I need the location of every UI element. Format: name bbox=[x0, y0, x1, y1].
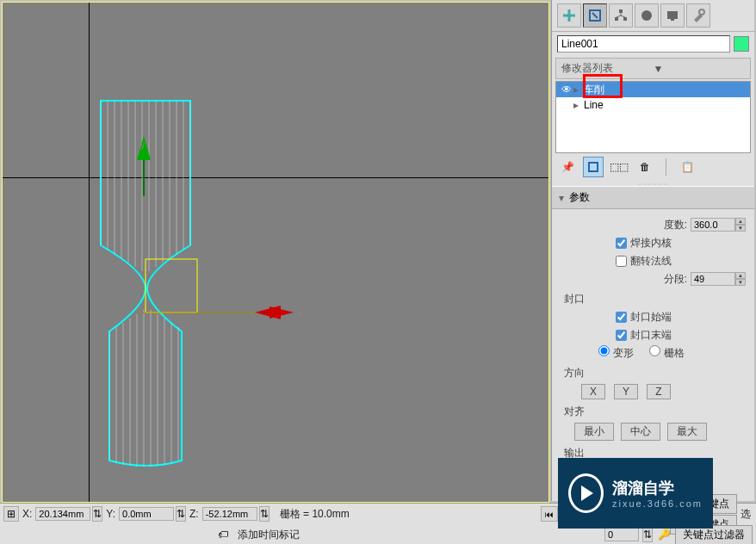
align-heading: 对齐 bbox=[564, 405, 746, 419]
modifier-list-dropdown[interactable]: 修改器列表 ▼ bbox=[555, 58, 751, 79]
z-label: Z: bbox=[188, 508, 201, 520]
svg-rect-43 bbox=[589, 163, 598, 171]
chevron-down-icon: ▼ bbox=[654, 63, 746, 75]
x-label: X: bbox=[21, 508, 34, 520]
command-panel: 修改器列表 ▼ 👁 ▸ 车削 ▸ Line 📌 ⬚⬚ bbox=[551, 0, 754, 501]
key-filters-button[interactable]: 关键点过滤器 bbox=[675, 525, 753, 545]
caret-down-icon: ▾ bbox=[559, 192, 569, 204]
modifier-stack[interactable]: 👁 ▸ 车削 ▸ Line bbox=[555, 81, 751, 153]
remove-modifier-button[interactable]: 🗑 bbox=[635, 157, 655, 177]
axis-y-button[interactable]: Y bbox=[614, 384, 638, 399]
cap-start-checkbox[interactable] bbox=[616, 312, 627, 323]
flip-normals-checkbox[interactable] bbox=[616, 256, 627, 267]
svg-rect-38 bbox=[623, 17, 627, 21]
time-controls: ⏮ ◂▮ ▶ ▮▸ ⏭ bbox=[541, 506, 634, 522]
visibility-icon[interactable]: 👁 bbox=[560, 83, 573, 96]
prev-frame-button[interactable]: ◂▮ bbox=[560, 506, 577, 522]
align-min-button[interactable]: 最小 bbox=[574, 423, 614, 441]
modify-tab[interactable] bbox=[583, 3, 607, 28]
goto-end-button[interactable]: ⏭ bbox=[617, 506, 634, 522]
degrees-spinner[interactable]: ▲▼ bbox=[691, 218, 746, 232]
utilities-tab[interactable] bbox=[686, 3, 710, 28]
configure-sets-button[interactable]: 📋 bbox=[677, 157, 697, 177]
output-heading: 输出 bbox=[564, 446, 746, 461]
direction-heading: 方向 bbox=[564, 366, 746, 380]
parameters-rollout-body: 度数: ▲▼ 焊接内核 翻转法线 分段: ▲▼ bbox=[552, 209, 754, 501]
object-color-swatch[interactable] bbox=[734, 36, 749, 52]
expand-icon[interactable]: ▸ bbox=[573, 99, 584, 111]
segments-label: 分段: bbox=[639, 272, 691, 287]
svg-point-39 bbox=[641, 10, 652, 21]
segments-spinner[interactable]: ▲▼ bbox=[691, 272, 746, 286]
svg-rect-40 bbox=[667, 11, 678, 19]
svg-point-42 bbox=[699, 9, 704, 15]
z-spinner[interactable]: ⇅ bbox=[259, 506, 270, 522]
modifier-stack-toolbar: 📌 ⬚⬚ 🗑 📋 bbox=[552, 153, 754, 181]
svg-rect-36 bbox=[619, 9, 623, 13]
frame-spinner[interactable]: ⇅ bbox=[642, 527, 653, 542]
x-input[interactable] bbox=[35, 507, 90, 521]
weld-core-checkbox[interactable] bbox=[616, 238, 627, 249]
make-unique-button[interactable]: ⬚⬚ bbox=[609, 157, 629, 177]
axis-z-button[interactable]: Z bbox=[647, 384, 671, 399]
play-button[interactable]: ▶ bbox=[579, 506, 596, 522]
command-panel-tabs bbox=[552, 0, 754, 32]
pin-stack-button[interactable]: 📌 bbox=[557, 157, 578, 177]
expand-icon[interactable]: ▸ bbox=[573, 83, 584, 96]
cap-grid-radio[interactable] bbox=[649, 345, 660, 356]
status-bar: ⊞ X: ⇅ Y: ⇅ Z: ⇅ 栅格 = 10.0mm ⏮ ◂▮ ▶ ▮▸ ⏭… bbox=[0, 503, 756, 544]
set-key-big-button[interactable]: ＋ bbox=[641, 502, 665, 526]
show-end-result-button[interactable] bbox=[583, 157, 604, 177]
next-frame-button[interactable]: ▮▸ bbox=[598, 506, 615, 522]
svg-text:y: y bbox=[140, 140, 145, 150]
parameters-rollout-header[interactable]: ▾ 参数 bbox=[552, 186, 754, 209]
svg-rect-37 bbox=[615, 17, 618, 21]
object-name-input[interactable] bbox=[557, 35, 730, 53]
frame-input[interactable] bbox=[604, 528, 639, 541]
svg-marker-31 bbox=[270, 306, 294, 318]
gizmo-y-axis[interactable]: y bbox=[135, 136, 152, 196]
motion-tab[interactable] bbox=[635, 3, 659, 28]
create-tab[interactable] bbox=[557, 3, 581, 28]
modifier-label: 车削 bbox=[584, 83, 604, 97]
y-input[interactable] bbox=[119, 507, 174, 521]
time-tag-icon[interactable]: 🏷 bbox=[215, 527, 231, 542]
gizmo-x-axis[interactable]: x bbox=[139, 306, 311, 323]
x-spinner[interactable]: ⇅ bbox=[92, 506, 102, 522]
z-input[interactable] bbox=[202, 507, 257, 521]
selected-label: 选 bbox=[739, 507, 753, 522]
viewport[interactable]: y x bbox=[2, 2, 549, 503]
align-center-button[interactable]: 中心 bbox=[621, 423, 660, 441]
grid-label: 栅格 = 10.0mm bbox=[278, 507, 351, 522]
axis-x-button[interactable]: X bbox=[581, 384, 605, 399]
display-tab[interactable] bbox=[660, 3, 685, 28]
goto-start-button[interactable]: ⏮ bbox=[541, 506, 558, 522]
key-mode-icon[interactable]: 🔑 bbox=[656, 527, 672, 542]
modifier-stack-item-line[interactable]: ▸ Line bbox=[556, 97, 750, 113]
add-time-tag-label[interactable]: 添加时间标记 bbox=[236, 528, 301, 542]
cap-morph-radio[interactable] bbox=[598, 345, 610, 356]
degrees-label: 度数: bbox=[639, 218, 691, 232]
svg-rect-41 bbox=[671, 19, 674, 21]
lock-selection-icon[interactable]: ⊞ bbox=[3, 506, 19, 522]
modifier-stack-item-lathe[interactable]: 👁 ▸ 车削 bbox=[556, 82, 750, 97]
cap-end-checkbox[interactable] bbox=[616, 330, 627, 341]
modifier-list-label: 修改器列表 bbox=[561, 61, 654, 76]
modifier-label: Line bbox=[584, 99, 604, 111]
hierarchy-tab[interactable] bbox=[609, 3, 633, 28]
cap-heading: 封口 bbox=[564, 292, 746, 306]
rollout-title: 参数 bbox=[569, 190, 590, 205]
y-label: Y: bbox=[104, 508, 117, 520]
auto-key-button[interactable]: 自动关键点 bbox=[670, 494, 737, 514]
y-spinner[interactable]: ⇅ bbox=[176, 506, 186, 522]
svg-text:x: x bbox=[299, 308, 303, 318]
align-max-button[interactable]: 最大 bbox=[667, 423, 707, 441]
